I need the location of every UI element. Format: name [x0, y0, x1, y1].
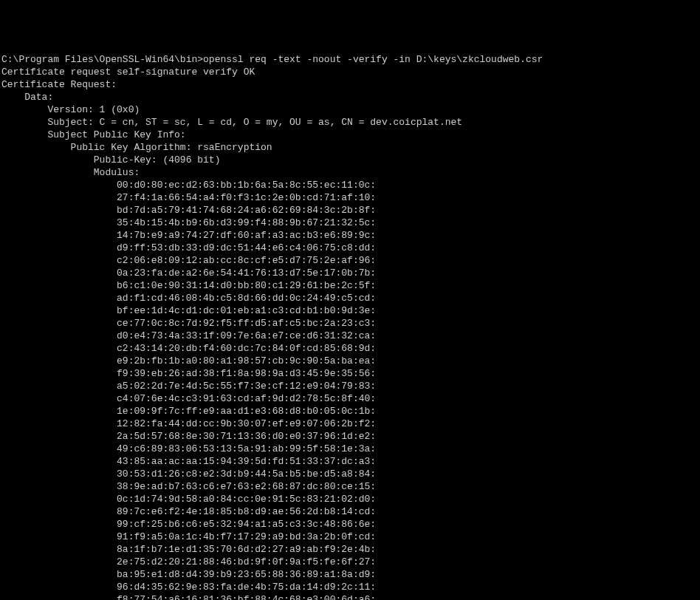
modulus-line: ad:f1:cd:46:08:4b:c5:8d:66:dd:0c:24:49:c… — [1, 293, 376, 304]
modulus-line: f8:77:54:a6:16:81:36:bf:88:4c:68:e3:00:6… — [1, 594, 376, 600]
modulus-line: c4:07:6e:4c:c3:91:63:cd:af:9d:d2:78:5c:8… — [1, 393, 376, 404]
terminal-output: C:\Program Files\OpenSSL-Win64\bin>opens… — [0, 50, 700, 600]
modulus-line: 96:d4:35:62:9e:83:fa:de:4b:75:da:14:d9:2… — [1, 582, 376, 593]
modulus-line: ba:95:e1:d8:d4:39:b9:23:65:88:36:89:a1:8… — [1, 569, 376, 580]
modulus-line: 14:7b:e9:a9:74:27:df:60:af:a3:ac:b3:e6:8… — [1, 230, 376, 241]
pubkey-algorithm: Public Key Algorithm: rsaEncryption — [1, 142, 272, 153]
version-line: Version: 1 (0x0) — [1, 104, 140, 115]
modulus-line: 38:9e:ad:b7:63:c6:e7:63:e2:68:87:dc:80:c… — [1, 481, 376, 492]
modulus-line: c2:43:14:20:db:f4:60:dc:7c:84:0f:cd:85:6… — [1, 343, 376, 354]
modulus-line: 30:53:d1:26:c8:e2:3d:b9:44:5a:b5:be:d5:a… — [1, 468, 376, 480]
modulus-line: bf:ee:1d:4c:d1:dc:01:eb:a1:c3:cd:b1:b0:9… — [1, 305, 376, 316]
pubkey-info-label: Subject Public Key Info: — [1, 129, 186, 140]
modulus-line: a5:02:2d:7e:4d:5c:55:f7:3e:cf:12:e9:04:7… — [1, 381, 376, 392]
modulus-line: 12:82:fa:44:dd:cc:9b:30:07:ef:e9:07:06:2… — [1, 418, 376, 429]
modulus-line: 27:f4:1a:66:54:a4:f0:f3:1c:2e:0b:cd:71:a… — [1, 192, 376, 203]
modulus-line: 43:85:aa:ac:aa:15:94:39:5d:fd:51:33:37:d… — [1, 456, 376, 467]
modulus-line: ce:77:0c:8c:7d:92:f5:ff:d5:af:c5:bc:2a:2… — [1, 318, 376, 329]
modulus-line: b6:c1:0e:90:31:14:d0:bb:80:c1:29:61:be:2… — [1, 280, 376, 291]
cert-request-header: Certificate Request: — [1, 79, 117, 90]
modulus-line: 91:f9:a5:0a:1c:4b:f7:17:29:a9:bd:3a:2b:0… — [1, 531, 376, 542]
modulus-line: 0c:1d:74:9d:58:a0:84:cc:0e:91:5c:83:21:0… — [1, 494, 376, 505]
modulus-line: 0a:23:fa:de:a2:6e:54:41:76:13:d7:5e:17:0… — [1, 267, 376, 279]
modulus-line: c2:06:e8:09:12:ab:cc:8c:cf:e5:d7:75:2e:a… — [1, 255, 376, 266]
modulus-line: 49:c6:89:83:06:53:13:5a:91:ab:99:5f:58:1… — [1, 443, 376, 454]
modulus-line: d9:ff:53:db:33:d9:dc:51:44:e6:c4:06:75:c… — [1, 242, 376, 253]
modulus-line: bd:7d:a5:79:41:74:68:24:a6:62:69:84:3c:2… — [1, 205, 376, 216]
subject-line: Subject: C = cn, ST = sc, L = cd, O = my… — [1, 117, 462, 128]
modulus-line: 1e:09:9f:7c:ff:e9:aa:d1:e3:68:d8:b0:05:0… — [1, 406, 376, 417]
modulus-line: 00:d0:80:ec:d2:63:bb:1b:6a:5a:8c:55:ec:1… — [1, 180, 376, 191]
modulus-line: e9:2b:fb:1b:a0:80:a1:98:57:cb:9c:90:5a:b… — [1, 355, 376, 367]
modulus-line: f9:39:eb:26:ad:38:f1:8a:98:9a:d3:45:9e:3… — [1, 368, 376, 379]
modulus-line: 99:cf:25:b6:c6:e5:32:94:a1:a5:c3:3c:48:8… — [1, 519, 376, 530]
data-section-label: Data: — [1, 92, 53, 103]
modulus-line: d0:e4:73:4a:33:1f:09:7e:6a:e7:ce:d6:31:3… — [1, 330, 376, 341]
command-prompt-line: C:\Program Files\OpenSSL-Win64\bin>opens… — [1, 54, 543, 65]
pubkey-bits: Public-Key: (4096 bit) — [1, 154, 220, 166]
modulus-label: Modulus: — [1, 167, 140, 178]
modulus-line: 2a:5d:57:68:8e:30:71:13:36:d0:e0:37:96:1… — [1, 431, 376, 442]
verify-result: Certificate request self-signature verif… — [1, 67, 255, 78]
modulus-line: 35:4b:15:4b:b9:6b:d3:99:f4:88:9b:67:21:3… — [1, 217, 376, 228]
modulus-line: 2e:75:d2:20:21:88:46:bd:9f:0f:9a:f5:fe:6… — [1, 556, 376, 567]
modulus-line: 8a:1f:b7:1e:d1:35:70:6d:d2:27:a9:ab:f9:2… — [1, 544, 376, 555]
modulus-line: 89:7c:e6:f2:4e:18:85:b8:d9:ae:56:2d:b8:1… — [1, 506, 376, 517]
